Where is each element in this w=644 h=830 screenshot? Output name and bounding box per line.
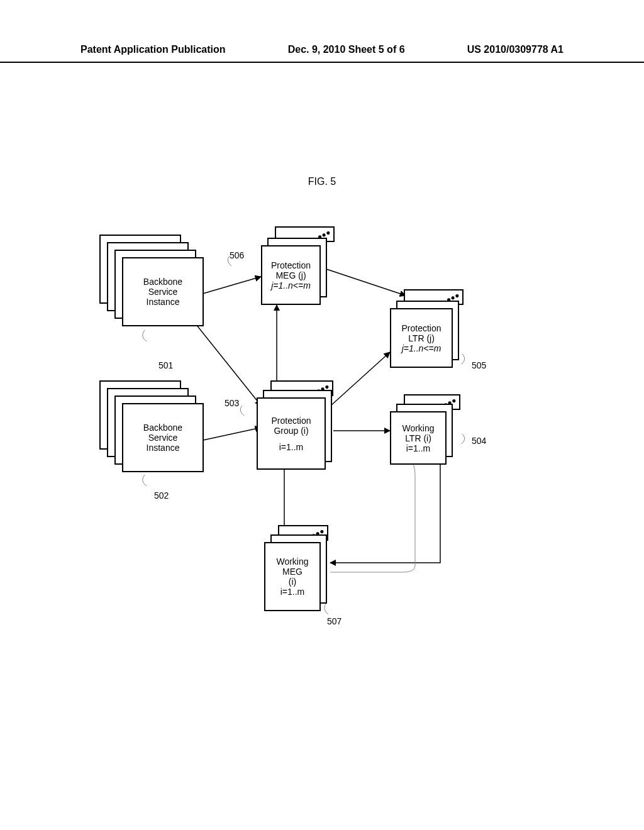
- bsi1-l1: Backbone: [143, 277, 182, 287]
- wmeg-l4: i=1..m: [280, 587, 305, 597]
- pg-l3: i=1..m: [279, 442, 304, 452]
- header-left: Patent Application Publication: [80, 44, 226, 55]
- bsi2-l2: Service: [148, 433, 178, 443]
- page-header: Patent Application Publication Dec. 9, 2…: [0, 44, 644, 63]
- label-507: 507: [327, 616, 341, 626]
- label-505: 505: [472, 360, 486, 370]
- label-501: 501: [158, 360, 173, 370]
- pg-l2: Group (i): [274, 426, 308, 436]
- wltr-l2: LTR (i): [405, 433, 431, 443]
- wltr-l1: Working: [402, 423, 434, 433]
- wltr-l3: i=1..m: [406, 443, 431, 453]
- label-506: 506: [230, 250, 244, 260]
- pg-l1: Protection: [271, 416, 311, 426]
- header-right: US 2010/0309778 A1: [467, 44, 564, 55]
- pmeg-l2: MEG (j): [275, 270, 306, 280]
- label-502: 502: [154, 490, 169, 501]
- pmeg-l1: Protection: [271, 260, 311, 270]
- figure-title: FIG. 5: [308, 176, 336, 187]
- pltr-l3: j=1..n<=m: [402, 343, 441, 353]
- wmeg-l1: Working: [276, 556, 308, 567]
- label-504: 504: [472, 436, 486, 446]
- svg-line-5: [321, 267, 406, 296]
- wmeg-l2: MEG: [282, 567, 303, 577]
- bsi2-l1: Backbone: [143, 423, 182, 433]
- pltr-l2: LTR (j): [408, 333, 435, 343]
- pmeg-l3: j=1..n<=m: [271, 280, 311, 290]
- svg-line-4: [324, 352, 390, 412]
- bsi2-l3: Instance: [147, 443, 180, 453]
- bsi1-l3: Instance: [147, 297, 180, 307]
- diagram-fig5: Backbone Service Instance Backbone Servi…: [88, 223, 484, 663]
- bsi1-l2: Service: [148, 287, 178, 297]
- pltr-l1: Protection: [401, 323, 441, 333]
- label-503: 503: [225, 398, 239, 408]
- wmeg-l3: (i): [289, 577, 296, 587]
- header-center: Dec. 9, 2010 Sheet 5 of 6: [288, 44, 405, 55]
